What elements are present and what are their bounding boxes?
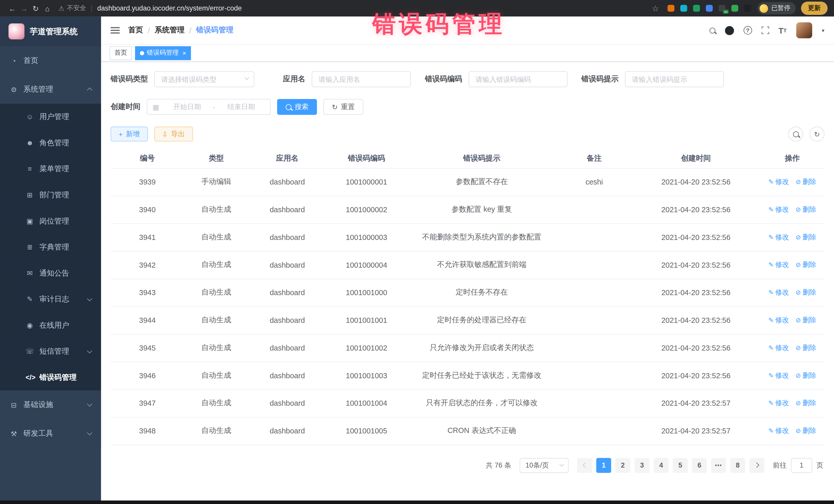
error-hint-input[interactable] bbox=[625, 71, 724, 87]
delete-link[interactable]: ⊘删除 bbox=[795, 343, 816, 353]
page-size-select[interactable]: 10条/页 bbox=[520, 458, 569, 473]
sidebar-item-online-users[interactable]: ◉在线用户 bbox=[0, 312, 101, 338]
delete-link[interactable]: ⊘删除 bbox=[795, 233, 816, 242]
page-button-4[interactable]: 4 bbox=[654, 458, 668, 473]
delete-icon: ⊘ bbox=[795, 206, 801, 213]
page-button-5[interactable]: 5 bbox=[673, 458, 688, 473]
breadcrumb-item-system[interactable]: 系统管理 bbox=[155, 25, 184, 35]
error-type-select-input[interactable] bbox=[154, 71, 254, 87]
sidebar-item-user[interactable]: ☺用户管理 bbox=[0, 104, 101, 130]
delete-link[interactable]: ⊘删除 bbox=[795, 371, 816, 380]
sidebar-item-notice[interactable]: ✉通知公告 bbox=[0, 260, 101, 286]
error-type-select[interactable] bbox=[154, 71, 254, 87]
security-warning[interactable]: ⚠ 不安全 bbox=[59, 4, 86, 13]
search-icon[interactable] bbox=[709, 27, 715, 34]
app-logo[interactable]: 芋道管理系统 bbox=[0, 17, 101, 46]
page-button-2[interactable]: 2 bbox=[615, 458, 630, 473]
cell-remark bbox=[557, 279, 632, 306]
page-button-3[interactable]: 3 bbox=[635, 458, 650, 473]
home-icon[interactable]: ⌂ bbox=[42, 4, 53, 13]
delete-link[interactable]: ⊘删除 bbox=[795, 288, 816, 297]
search-button[interactable]: 搜索 bbox=[277, 99, 317, 115]
date-range-picker[interactable]: ▦ 开始日期 - 结束日期 bbox=[147, 99, 271, 115]
cell-id: 3948 bbox=[111, 417, 184, 445]
extension-green-icon[interactable] bbox=[693, 5, 700, 12]
edit-link[interactable]: ✎修改 bbox=[768, 233, 789, 242]
cell-code: 1001001003 bbox=[326, 361, 407, 389]
delete-link[interactable]: ⊘删除 bbox=[795, 177, 816, 187]
chrome-update-button[interactable]: 更新 bbox=[801, 2, 828, 15]
edit-link[interactable]: ✎修改 bbox=[768, 343, 789, 353]
sidebar-item-role[interactable]: ☻角色管理 bbox=[0, 130, 101, 156]
delete-link[interactable]: ⊘删除 bbox=[795, 426, 816, 436]
goto-page-input[interactable] bbox=[791, 458, 812, 473]
sidebar-item-sms[interactable]: ☏短信管理 bbox=[0, 338, 101, 365]
sidebar-item-infrastructure[interactable]: ⊟基础设施 bbox=[0, 390, 101, 419]
extension-orange-icon[interactable] bbox=[667, 5, 674, 12]
cell-actions: ✎修改⊘删除 bbox=[760, 389, 824, 417]
github-icon[interactable] bbox=[725, 26, 734, 35]
next-page-button[interactable] bbox=[749, 458, 764, 473]
extension-leaf-icon[interactable] bbox=[731, 5, 738, 12]
bookmark-star-icon[interactable]: ☆ bbox=[652, 3, 659, 13]
hamburger-icon[interactable] bbox=[111, 27, 119, 34]
edit-link[interactable]: ✎修改 bbox=[768, 260, 789, 270]
edit-link[interactable]: ✎修改 bbox=[768, 288, 789, 297]
chevron-down-icon[interactable]: ▾ bbox=[822, 27, 824, 34]
extension-teal-icon[interactable] bbox=[680, 5, 687, 12]
help-icon[interactable]: ? bbox=[743, 26, 752, 35]
breadcrumb-item-current: 错误码管理 bbox=[196, 25, 233, 35]
sidebar-item-audit-log[interactable]: ✎审计日志 bbox=[0, 286, 101, 312]
page-button-6[interactable]: 6 bbox=[692, 458, 707, 473]
url-text[interactable]: dashboard.yudao.iocoder.cn/system/error-… bbox=[97, 4, 242, 12]
edit-link[interactable]: ✎修改 bbox=[768, 315, 789, 325]
sidebar-item-menu[interactable]: ≡菜单管理 bbox=[0, 156, 101, 182]
cell-actions: ✎修改⊘删除 bbox=[760, 361, 824, 389]
sidebar-item-post[interactable]: ▣岗位管理 bbox=[0, 208, 101, 234]
extension-dark-icon[interactable]: on bbox=[719, 5, 725, 12]
error-code-input[interactable] bbox=[468, 71, 568, 87]
delete-link[interactable]: ⊘删除 bbox=[795, 260, 816, 270]
reset-button[interactable]: ↻ 重置 bbox=[323, 99, 363, 115]
prev-page-button[interactable] bbox=[577, 458, 592, 473]
tab-home[interactable]: 首页 bbox=[110, 46, 132, 60]
delete-link[interactable]: ⊘删除 bbox=[795, 315, 816, 325]
sidebar-item-dept[interactable]: ⊞部门管理 bbox=[0, 182, 101, 208]
add-button[interactable]: + 新增 bbox=[111, 127, 148, 141]
profile-paused-badge[interactable]: 已暂停 bbox=[758, 2, 796, 14]
table-row: 3940自动生成dashboard1001000002参数配置 key 重复20… bbox=[111, 196, 825, 223]
sidebar-item-home[interactable]: ◔首页 bbox=[0, 46, 101, 75]
app-name-input[interactable] bbox=[312, 71, 411, 87]
delete-link[interactable]: ⊘删除 bbox=[795, 205, 816, 214]
extension-gray-icon[interactable] bbox=[744, 5, 751, 12]
edit-link[interactable]: ✎修改 bbox=[768, 177, 789, 187]
page-button-8[interactable]: 8 bbox=[730, 458, 745, 473]
fullscreen-icon[interactable] bbox=[761, 27, 769, 34]
sidebar-item-system[interactable]: ⚙系统管理 bbox=[0, 75, 101, 104]
sidebar-item-error-code[interactable]: </>错误码管理 bbox=[0, 365, 101, 391]
edit-link[interactable]: ✎修改 bbox=[768, 426, 789, 436]
sidebar-item-dev-tools[interactable]: ⚒研发工具 bbox=[0, 419, 101, 448]
sidebar-item-label: 岗位管理 bbox=[39, 216, 69, 226]
sidebar-item-dict[interactable]: ≣字典管理 bbox=[0, 234, 101, 260]
edit-icon: ✎ bbox=[768, 289, 774, 296]
extension-blue-icon[interactable] bbox=[706, 5, 712, 12]
user-avatar[interactable] bbox=[796, 22, 812, 38]
reload-icon[interactable]: ↻ bbox=[30, 4, 42, 13]
export-button[interactable]: ⇩ 导出 bbox=[154, 127, 193, 141]
close-icon[interactable]: × bbox=[182, 49, 186, 57]
edit-link[interactable]: ✎修改 bbox=[768, 371, 789, 380]
edit-link[interactable]: ✎修改 bbox=[768, 205, 789, 214]
delete-link[interactable]: ⊘删除 bbox=[795, 398, 816, 408]
back-icon[interactable]: ← bbox=[6, 4, 18, 13]
more-pages-button[interactable]: ••• bbox=[711, 458, 726, 473]
breadcrumb-item-home[interactable]: 首页 bbox=[128, 25, 143, 35]
page-button-1[interactable]: 1 bbox=[596, 458, 611, 473]
refresh-table-button[interactable]: ↻ bbox=[810, 127, 825, 141]
table-row: 3942自动生成dashboard1001000004不允许获取敏感配置到前端2… bbox=[111, 251, 825, 279]
font-size-icon[interactable]: TT bbox=[778, 26, 787, 35]
edit-link[interactable]: ✎修改 bbox=[768, 398, 789, 408]
toggle-search-button[interactable] bbox=[788, 127, 803, 141]
forward-icon[interactable]: → bbox=[18, 4, 30, 13]
tab-error-code[interactable]: 错误码管理 × bbox=[135, 46, 191, 60]
